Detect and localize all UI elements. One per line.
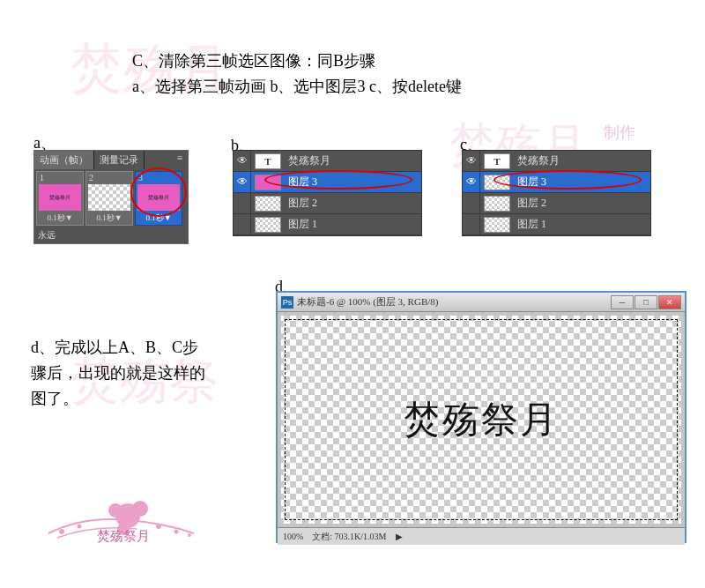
- layer-name: 焚殇祭月: [285, 153, 330, 168]
- visibility-icon[interactable]: [234, 214, 251, 234]
- layer-text[interactable]: 👁 T 焚殇祭月: [234, 151, 421, 172]
- layer-thumb: [255, 217, 281, 233]
- watermark-label: 制作: [604, 122, 635, 143]
- layer-name: 图层 2: [514, 196, 546, 211]
- svg-point-8: [188, 533, 191, 537]
- frame-3[interactable]: 3 焚殇祭月 0.1秒▼: [135, 171, 182, 226]
- frame-thumb-2: [88, 184, 130, 211]
- frame-delay[interactable]: 0.1秒▼: [136, 212, 182, 225]
- canvas-text-layer: 焚殇祭月: [404, 395, 559, 444]
- layer-thumb: [484, 196, 510, 212]
- panel-menu-icon[interactable]: ≡: [172, 151, 188, 169]
- layer-thumb: [484, 217, 510, 233]
- zoom-level[interactable]: 100%: [283, 532, 303, 541]
- svg-text:焚殇祭月: 焚殇祭月: [97, 529, 150, 543]
- layer-name: 图层 1: [514, 217, 546, 232]
- panel-tabs: 动画（帧） 测量记录 ≡: [34, 151, 188, 169]
- frame-number: 3: [136, 172, 182, 183]
- layer-name: 图层 2: [285, 196, 317, 211]
- maximize-button[interactable]: □: [634, 295, 657, 309]
- layer-thumb: [255, 196, 281, 212]
- tab-measurement-log[interactable]: 测量记录: [94, 151, 145, 169]
- svg-point-4: [59, 529, 64, 534]
- layer-3[interactable]: 👁 图层 3: [234, 172, 421, 193]
- frame-thumb-1: 焚殇祭月: [39, 184, 81, 211]
- ps-icon: Ps: [281, 296, 293, 309]
- layer-name: 焚殇祭月: [514, 153, 560, 168]
- frame-number: 1: [37, 172, 83, 183]
- layers-panel-b: 👁 T 焚殇祭月 👁 图层 3 图层 2 图层 1: [233, 150, 422, 236]
- status-arrow-icon[interactable]: ▶: [396, 532, 403, 541]
- frame-2[interactable]: 2 0.1秒▼: [85, 171, 133, 226]
- frame-1[interactable]: 1 焚殇祭月 0.1秒▼: [36, 171, 84, 226]
- svg-point-2: [108, 503, 122, 517]
- visibility-icon[interactable]: 👁: [463, 151, 480, 171]
- visibility-icon[interactable]: 👁: [234, 151, 251, 171]
- visibility-icon[interactable]: [234, 193, 251, 213]
- layer-1[interactable]: 图层 1: [463, 214, 650, 235]
- instruction-line2: a、选择第三帧动画 b、选中图层3 c、按delete键: [132, 74, 462, 100]
- frame-thumb-3: 焚殇祭月: [137, 184, 180, 211]
- close-button[interactable]: ✕: [658, 295, 681, 309]
- status-bar: 100% 文档: 703.1K/1.03M ▶: [278, 527, 685, 545]
- visibility-icon[interactable]: 👁: [463, 172, 480, 192]
- text-layer-thumb: T: [255, 153, 281, 169]
- layers-panel-c: 👁 T 焚殇祭月 👁 图层 3 图层 2 图层 1: [462, 150, 651, 236]
- frame-delay[interactable]: 0.1秒▼: [86, 212, 132, 225]
- description-d: d、完成以上A、B、C步骤后，出现的就是这样的图了。: [31, 335, 207, 411]
- layer-1[interactable]: 图层 1: [234, 214, 421, 235]
- frame-delay[interactable]: 0.1秒▼: [37, 212, 83, 225]
- instruction-line1: C、清除第三帧选区图像：同B步骤: [132, 48, 462, 74]
- canvas[interactable]: 焚殇祭月: [281, 316, 681, 524]
- instruction-text: C、清除第三帧选区图像：同B步骤 a、选择第三帧动画 b、选中图层3 c、按de…: [132, 48, 462, 100]
- svg-point-7: [174, 530, 179, 534]
- visibility-icon[interactable]: [463, 214, 480, 234]
- visibility-icon[interactable]: 👁: [234, 172, 251, 192]
- decorative-flower: 焚殇祭月: [31, 489, 203, 551]
- layer-name: 图层 3: [285, 175, 317, 190]
- layer-name: 图层 1: [285, 217, 317, 232]
- document-window: Ps 未标题-6 @ 100% (图层 3, RGB/8) ─ □ ✕ 焚殇祭月…: [276, 291, 686, 543]
- layer-2[interactable]: 图层 2: [463, 193, 650, 214]
- minimize-button[interactable]: ─: [611, 295, 634, 309]
- doc-info[interactable]: 文档: 703.1K/1.03M: [312, 531, 386, 543]
- svg-point-5: [78, 525, 82, 529]
- animation-panel: 动画（帧） 测量记录 ≡ 1 焚殇祭月 0.1秒▼ 2 0.1秒▼ 3 焚殇祭月…: [33, 150, 189, 244]
- window-titlebar[interactable]: Ps 未标题-6 @ 100% (图层 3, RGB/8) ─ □ ✕: [278, 293, 685, 312]
- text-layer-thumb: T: [484, 153, 510, 169]
- layer-thumb: [255, 175, 281, 190]
- loop-setting[interactable]: 永远: [34, 227, 188, 243]
- frame-number: 2: [86, 172, 132, 183]
- tab-animation-frames[interactable]: 动画（帧）: [34, 151, 94, 169]
- layer-thumb: [484, 175, 510, 190]
- layer-2[interactable]: 图层 2: [234, 193, 421, 214]
- window-buttons: ─ □ ✕: [611, 295, 681, 309]
- visibility-icon[interactable]: [463, 193, 480, 213]
- layer-text[interactable]: 👁 T 焚殇祭月: [463, 151, 650, 172]
- frames-container: 1 焚殇祭月 0.1秒▼ 2 0.1秒▼ 3 焚殇祭月 0.1秒▼: [34, 169, 188, 227]
- svg-point-1: [132, 501, 148, 517]
- layer-3[interactable]: 👁 图层 3: [463, 172, 650, 193]
- window-title: 未标题-6 @ 100% (图层 3, RGB/8): [297, 295, 438, 309]
- svg-point-6: [156, 524, 161, 529]
- layer-name: 图层 3: [514, 175, 546, 190]
